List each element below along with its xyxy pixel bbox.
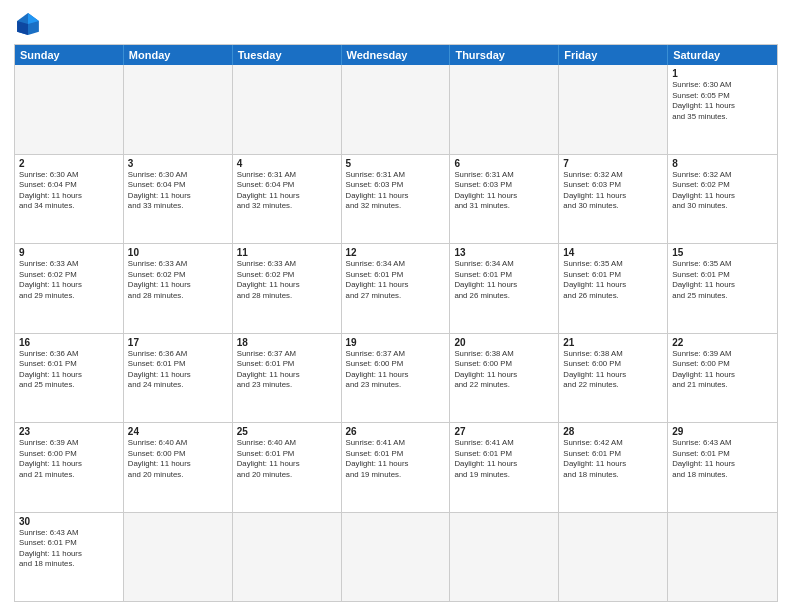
day-header-friday: Friday <box>559 45 668 65</box>
day-header-wednesday: Wednesday <box>342 45 451 65</box>
cal-cell: 30Sunrise: 6:43 AM Sunset: 6:01 PM Dayli… <box>15 513 124 602</box>
cal-cell: 16Sunrise: 6:36 AM Sunset: 6:01 PM Dayli… <box>15 334 124 423</box>
cell-info: Sunrise: 6:36 AM Sunset: 6:01 PM Dayligh… <box>19 349 119 391</box>
date-number: 10 <box>128 247 228 258</box>
cell-info: Sunrise: 6:35 AM Sunset: 6:01 PM Dayligh… <box>563 259 663 301</box>
cal-cell <box>15 65 124 154</box>
cal-cell: 24Sunrise: 6:40 AM Sunset: 6:00 PM Dayli… <box>124 423 233 512</box>
cal-week-2: 9Sunrise: 6:33 AM Sunset: 6:02 PM Daylig… <box>15 243 777 333</box>
cell-info: Sunrise: 6:34 AM Sunset: 6:01 PM Dayligh… <box>454 259 554 301</box>
date-number: 21 <box>563 337 663 348</box>
header <box>14 10 778 38</box>
cell-info: Sunrise: 6:31 AM Sunset: 6:04 PM Dayligh… <box>237 170 337 212</box>
cell-info: Sunrise: 6:30 AM Sunset: 6:05 PM Dayligh… <box>672 80 773 122</box>
cell-info: Sunrise: 6:32 AM Sunset: 6:03 PM Dayligh… <box>563 170 663 212</box>
cal-cell: 14Sunrise: 6:35 AM Sunset: 6:01 PM Dayli… <box>559 244 668 333</box>
cal-cell: 23Sunrise: 6:39 AM Sunset: 6:00 PM Dayli… <box>15 423 124 512</box>
day-header-saturday: Saturday <box>668 45 777 65</box>
date-number: 28 <box>563 426 663 437</box>
cal-cell <box>342 65 451 154</box>
cal-cell <box>124 65 233 154</box>
cal-cell: 20Sunrise: 6:38 AM Sunset: 6:00 PM Dayli… <box>450 334 559 423</box>
cell-info: Sunrise: 6:38 AM Sunset: 6:00 PM Dayligh… <box>563 349 663 391</box>
page: SundayMondayTuesdayWednesdayThursdayFrid… <box>0 0 792 612</box>
cal-cell: 19Sunrise: 6:37 AM Sunset: 6:00 PM Dayli… <box>342 334 451 423</box>
date-number: 23 <box>19 426 119 437</box>
cal-cell: 5Sunrise: 6:31 AM Sunset: 6:03 PM Daylig… <box>342 155 451 244</box>
cal-cell: 10Sunrise: 6:33 AM Sunset: 6:02 PM Dayli… <box>124 244 233 333</box>
date-number: 7 <box>563 158 663 169</box>
date-number: 13 <box>454 247 554 258</box>
date-number: 4 <box>237 158 337 169</box>
date-number: 14 <box>563 247 663 258</box>
cal-cell: 21Sunrise: 6:38 AM Sunset: 6:00 PM Dayli… <box>559 334 668 423</box>
cal-week-4: 23Sunrise: 6:39 AM Sunset: 6:00 PM Dayli… <box>15 422 777 512</box>
date-number: 29 <box>672 426 773 437</box>
date-number: 6 <box>454 158 554 169</box>
day-header-monday: Monday <box>124 45 233 65</box>
logo <box>14 10 46 38</box>
cal-week-1: 2Sunrise: 6:30 AM Sunset: 6:04 PM Daylig… <box>15 154 777 244</box>
cal-cell <box>559 65 668 154</box>
date-number: 8 <box>672 158 773 169</box>
cell-info: Sunrise: 6:33 AM Sunset: 6:02 PM Dayligh… <box>19 259 119 301</box>
cal-cell: 1Sunrise: 6:30 AM Sunset: 6:05 PM Daylig… <box>668 65 777 154</box>
date-number: 19 <box>346 337 446 348</box>
date-number: 5 <box>346 158 446 169</box>
date-number: 27 <box>454 426 554 437</box>
cal-cell: 13Sunrise: 6:34 AM Sunset: 6:01 PM Dayli… <box>450 244 559 333</box>
cal-cell: 26Sunrise: 6:41 AM Sunset: 6:01 PM Dayli… <box>342 423 451 512</box>
cell-info: Sunrise: 6:30 AM Sunset: 6:04 PM Dayligh… <box>128 170 228 212</box>
cal-cell: 29Sunrise: 6:43 AM Sunset: 6:01 PM Dayli… <box>668 423 777 512</box>
day-header-sunday: Sunday <box>15 45 124 65</box>
cal-cell <box>342 513 451 602</box>
cal-cell: 6Sunrise: 6:31 AM Sunset: 6:03 PM Daylig… <box>450 155 559 244</box>
cal-cell <box>450 65 559 154</box>
day-header-thursday: Thursday <box>450 45 559 65</box>
cal-cell: 22Sunrise: 6:39 AM Sunset: 6:00 PM Dayli… <box>668 334 777 423</box>
date-number: 1 <box>672 68 773 79</box>
calendar: SundayMondayTuesdayWednesdayThursdayFrid… <box>14 44 778 602</box>
calendar-header-row: SundayMondayTuesdayWednesdayThursdayFrid… <box>15 45 777 65</box>
cal-cell <box>450 513 559 602</box>
cal-cell <box>233 65 342 154</box>
cell-info: Sunrise: 6:43 AM Sunset: 6:01 PM Dayligh… <box>672 438 773 480</box>
cell-info: Sunrise: 6:33 AM Sunset: 6:02 PM Dayligh… <box>128 259 228 301</box>
cell-info: Sunrise: 6:39 AM Sunset: 6:00 PM Dayligh… <box>672 349 773 391</box>
cal-cell: 8Sunrise: 6:32 AM Sunset: 6:02 PM Daylig… <box>668 155 777 244</box>
cal-cell: 7Sunrise: 6:32 AM Sunset: 6:03 PM Daylig… <box>559 155 668 244</box>
date-number: 9 <box>19 247 119 258</box>
cell-info: Sunrise: 6:42 AM Sunset: 6:01 PM Dayligh… <box>563 438 663 480</box>
cal-cell <box>559 513 668 602</box>
cell-info: Sunrise: 6:40 AM Sunset: 6:00 PM Dayligh… <box>128 438 228 480</box>
cell-info: Sunrise: 6:33 AM Sunset: 6:02 PM Dayligh… <box>237 259 337 301</box>
date-number: 25 <box>237 426 337 437</box>
date-number: 11 <box>237 247 337 258</box>
date-number: 2 <box>19 158 119 169</box>
calendar-body: 1Sunrise: 6:30 AM Sunset: 6:05 PM Daylig… <box>15 65 777 601</box>
date-number: 15 <box>672 247 773 258</box>
date-number: 30 <box>19 516 119 527</box>
cal-cell: 3Sunrise: 6:30 AM Sunset: 6:04 PM Daylig… <box>124 155 233 244</box>
cal-cell <box>233 513 342 602</box>
cell-info: Sunrise: 6:31 AM Sunset: 6:03 PM Dayligh… <box>454 170 554 212</box>
cell-info: Sunrise: 6:41 AM Sunset: 6:01 PM Dayligh… <box>454 438 554 480</box>
cal-cell: 2Sunrise: 6:30 AM Sunset: 6:04 PM Daylig… <box>15 155 124 244</box>
cell-info: Sunrise: 6:35 AM Sunset: 6:01 PM Dayligh… <box>672 259 773 301</box>
cal-cell: 27Sunrise: 6:41 AM Sunset: 6:01 PM Dayli… <box>450 423 559 512</box>
cal-cell: 4Sunrise: 6:31 AM Sunset: 6:04 PM Daylig… <box>233 155 342 244</box>
cal-cell: 15Sunrise: 6:35 AM Sunset: 6:01 PM Dayli… <box>668 244 777 333</box>
cal-cell: 11Sunrise: 6:33 AM Sunset: 6:02 PM Dayli… <box>233 244 342 333</box>
cell-info: Sunrise: 6:34 AM Sunset: 6:01 PM Dayligh… <box>346 259 446 301</box>
date-number: 3 <box>128 158 228 169</box>
date-number: 24 <box>128 426 228 437</box>
cell-info: Sunrise: 6:39 AM Sunset: 6:00 PM Dayligh… <box>19 438 119 480</box>
cal-cell: 18Sunrise: 6:37 AM Sunset: 6:01 PM Dayli… <box>233 334 342 423</box>
cell-info: Sunrise: 6:31 AM Sunset: 6:03 PM Dayligh… <box>346 170 446 212</box>
cal-cell <box>124 513 233 602</box>
cell-info: Sunrise: 6:38 AM Sunset: 6:00 PM Dayligh… <box>454 349 554 391</box>
cell-info: Sunrise: 6:30 AM Sunset: 6:04 PM Dayligh… <box>19 170 119 212</box>
cell-info: Sunrise: 6:37 AM Sunset: 6:01 PM Dayligh… <box>237 349 337 391</box>
cell-info: Sunrise: 6:43 AM Sunset: 6:01 PM Dayligh… <box>19 528 119 570</box>
logo-icon <box>14 10 42 38</box>
